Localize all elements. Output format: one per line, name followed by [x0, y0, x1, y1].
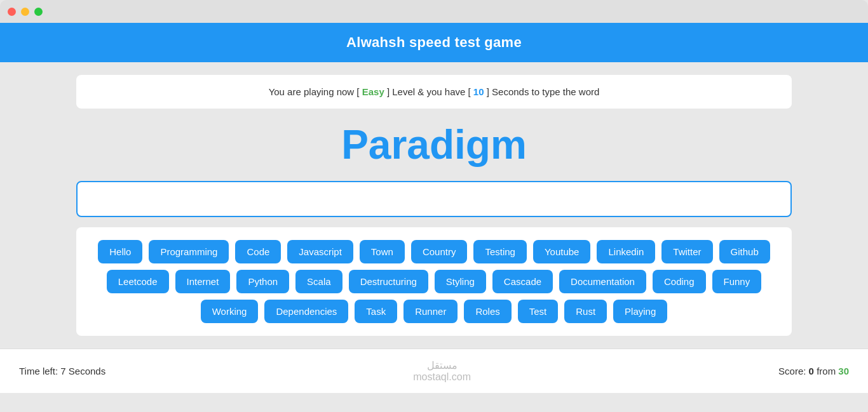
status-level-bracket-open: [ — [356, 86, 359, 97]
word-tag[interactable]: Playing — [613, 300, 667, 323]
maximize-dot[interactable] — [34, 8, 43, 16]
word-tag[interactable]: Hello — [98, 240, 142, 263]
word-input[interactable] — [76, 181, 792, 217]
word-tag[interactable]: Funny — [712, 270, 762, 293]
score-current: 0 — [809, 366, 814, 376]
word-tag[interactable]: Javascript — [287, 240, 353, 263]
score-display: Score: 0 from 30 — [778, 366, 849, 376]
app-header: Alwahsh speed test game — [0, 23, 868, 62]
status-seconds-bracket-close: ] — [487, 86, 489, 97]
word-tag[interactable]: Styling — [435, 270, 486, 293]
app-title: Alwahsh speed test game — [11, 34, 857, 51]
current-word: Paradigm — [76, 121, 792, 168]
word-tag[interactable]: Country — [411, 240, 468, 263]
score-bar: Time left: 7 Seconds مستقل mostaql.com S… — [0, 349, 868, 393]
word-tag[interactable]: Code — [235, 240, 281, 263]
word-tag[interactable]: Rust — [564, 300, 607, 323]
word-tag[interactable]: Internet — [175, 270, 231, 293]
status-prefix: You are playing now — [269, 86, 355, 97]
word-tag[interactable]: Youtube — [533, 240, 591, 263]
close-dot[interactable] — [8, 8, 16, 16]
watermark-line2: mostaql.com — [413, 371, 471, 383]
word-tag[interactable]: Runner — [403, 300, 458, 323]
status-seconds-bracket-open: [ — [468, 86, 471, 97]
status-middle: Level & you have — [392, 86, 465, 97]
watermark-line1: مستقل — [413, 359, 471, 371]
word-tag[interactable]: Documentation — [559, 270, 646, 293]
word-tag[interactable]: Working — [201, 300, 259, 323]
status-level: Easy — [362, 86, 384, 97]
word-tag[interactable]: Scala — [295, 270, 342, 293]
status-seconds: 10 — [473, 86, 484, 97]
status-level-bracket-close: ] — [387, 86, 390, 97]
word-tag[interactable]: Testing — [473, 240, 527, 263]
words-panel: HelloProgrammingCodeJavascriptTownCountr… — [76, 227, 792, 336]
time-unit: Seconds — [69, 366, 105, 376]
word-tag[interactable]: Coding — [653, 270, 706, 293]
word-tag[interactable]: Dependencies — [264, 300, 348, 323]
status-bar: You are playing now [ Easy ] Level & you… — [76, 75, 792, 109]
word-tag[interactable]: Leetcode — [107, 270, 169, 293]
input-area — [76, 181, 792, 217]
score-total: 30 — [838, 366, 849, 376]
word-tag[interactable]: Linkedin — [597, 240, 655, 263]
word-tag[interactable]: Twitter — [661, 240, 712, 263]
word-tag[interactable]: Github — [719, 240, 770, 263]
word-tag[interactable]: Destructuring — [349, 270, 428, 293]
word-tag[interactable]: Town — [360, 240, 405, 263]
word-tag[interactable]: Roles — [464, 300, 511, 323]
word-tag[interactable]: Task — [355, 300, 397, 323]
minimize-dot[interactable] — [21, 8, 29, 16]
score-separator: from — [817, 366, 836, 376]
words-grid: HelloProgrammingCodeJavascriptTownCountr… — [95, 240, 773, 323]
word-tag[interactable]: Programming — [149, 240, 229, 263]
word-tag[interactable]: Python — [236, 270, 289, 293]
time-value: 7 — [60, 366, 65, 376]
main-content: You are playing now [ Easy ] Level & you… — [0, 62, 868, 349]
score-label: Score: — [778, 366, 806, 376]
time-label: Time left: — [19, 366, 58, 376]
status-suffix: Seconds to type the word — [492, 86, 599, 97]
word-tag[interactable]: Cascade — [492, 270, 553, 293]
window-chrome — [0, 0, 868, 23]
watermark: مستقل mostaql.com — [413, 359, 471, 383]
word-tag[interactable]: Test — [518, 300, 559, 323]
time-display: Time left: 7 Seconds — [19, 366, 105, 376]
